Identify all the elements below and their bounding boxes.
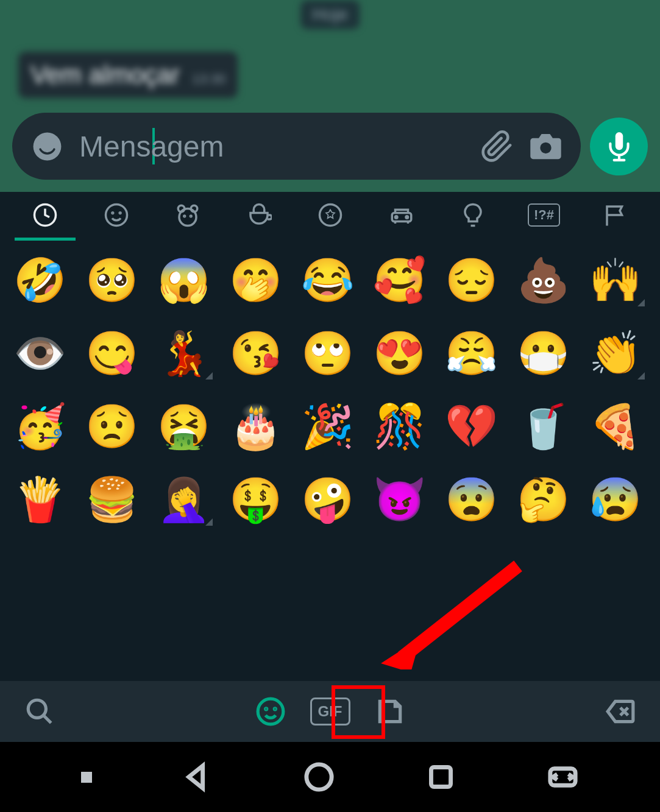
mic-button[interactable]	[590, 118, 648, 175]
android-nav-bar	[0, 742, 660, 812]
emoji-steam[interactable]: 😤	[441, 326, 502, 381]
svg-point-15	[395, 216, 397, 218]
backspace-icon[interactable]	[605, 696, 636, 727]
emoji-savoring[interactable]: 😋	[81, 326, 142, 381]
emoji-anxious-sweat[interactable]: 😰	[585, 472, 646, 527]
input-row	[12, 113, 648, 180]
emoji-toggle-icon[interactable]	[30, 130, 64, 163]
emoji-heart-eyes[interactable]: 😍	[369, 326, 430, 381]
emoji-money-mouth[interactable]: 🤑	[225, 472, 286, 527]
emoji-broken-heart[interactable]: 💔	[441, 399, 502, 454]
svg-point-10	[191, 205, 197, 212]
svg-point-20	[274, 708, 275, 710]
svg-point-18	[258, 699, 283, 724]
emoji-pizza[interactable]: 🍕	[585, 399, 646, 454]
attach-icon[interactable]	[480, 130, 514, 163]
emoji-hand-over-mouth[interactable]: 🤭	[225, 253, 286, 308]
svg-point-7	[119, 212, 121, 213]
category-animals[interactable]	[157, 192, 218, 241]
mic-icon	[604, 131, 634, 161]
nav-menu-icon[interactable]	[81, 772, 92, 783]
category-flags[interactable]	[585, 192, 646, 241]
gif-tab[interactable]: GIF	[310, 697, 350, 726]
emoji-panel: !?# 🤣 🥺 😱 🤭 😂 🥰 😔 💩 🙌 👁️ 😋 💃 😘 🙄 😍 😤 😷 👏…	[0, 192, 660, 681]
symbols-label: !?#	[528, 203, 560, 227]
emoji-vomit[interactable]: 🤮	[153, 399, 214, 454]
emoji-party-popper[interactable]: 🎉	[297, 399, 358, 454]
category-symbols[interactable]: !?#	[514, 192, 575, 241]
emoji-tears-of-joy[interactable]: 😂	[297, 253, 358, 308]
nav-switch-icon[interactable]	[546, 760, 580, 794]
emoji-mask[interactable]: 😷	[513, 326, 574, 381]
emoji-zany[interactable]: 🤪	[297, 472, 358, 527]
svg-point-19	[265, 708, 266, 710]
emoji-eye[interactable]: 👁️	[9, 326, 70, 381]
emoji-category-tabs: !?#	[0, 192, 660, 241]
svg-point-24	[306, 764, 331, 789]
category-activity[interactable]	[300, 192, 361, 241]
emoji-cake[interactable]: 🎂	[225, 399, 286, 454]
emoji-grid: 🤣 🥺 😱 🤭 😂 🥰 😔 💩 🙌 👁️ 😋 💃 😘 🙄 😍 😤 😷 👏 🥳 😟…	[0, 241, 660, 539]
svg-point-2	[50, 141, 54, 146]
svg-point-12	[190, 215, 191, 216]
nav-recent-icon[interactable]	[424, 760, 458, 794]
message-time: 13:30	[192, 71, 225, 87]
emoji-cup[interactable]: 🥤	[513, 399, 574, 454]
category-food[interactable]	[229, 192, 289, 241]
category-objects[interactable]	[442, 192, 503, 241]
emoji-worried[interactable]: 😟	[81, 399, 142, 454]
emoji-blowing-kiss[interactable]: 😘	[225, 326, 286, 381]
message-text: Vem almoçar	[30, 60, 180, 90]
message-input-container	[12, 113, 581, 180]
emoji-fearful[interactable]: 😨	[441, 472, 502, 527]
emoji-party-face[interactable]: 🥳	[9, 399, 70, 454]
emoji-smiling-hearts[interactable]: 🥰	[369, 253, 430, 308]
svg-point-13	[319, 204, 341, 225]
emoji-poop[interactable]: 💩	[513, 253, 574, 308]
category-smileys[interactable]	[86, 192, 147, 241]
svg-point-11	[183, 215, 185, 216]
incoming-message[interactable]: Vem almoçar 13:30	[18, 52, 238, 98]
emoji-confetti[interactable]: 🎊	[369, 399, 430, 454]
emoji-rolling-eyes[interactable]: 🙄	[297, 326, 358, 381]
emoji-pensive[interactable]: 😔	[441, 253, 502, 308]
emoji-hamburger[interactable]: 🍔	[81, 472, 142, 527]
emoji-fries[interactable]: 🍟	[9, 472, 70, 527]
svg-point-0	[34, 132, 62, 160]
emoji-smiling-devil[interactable]: 😈	[369, 472, 430, 527]
emoji-thinking[interactable]: 🤔	[513, 472, 574, 527]
sticker-tab-icon[interactable]	[375, 696, 405, 727]
emoji-dancer[interactable]: 💃	[153, 326, 214, 381]
nav-back-icon[interactable]	[180, 760, 214, 794]
svg-point-5	[105, 204, 127, 225]
svg-point-16	[406, 216, 408, 218]
category-travel[interactable]	[371, 192, 432, 241]
emoji-bottom-bar: GIF	[0, 681, 660, 742]
emoji-facepalm[interactable]: 🤦‍♀️	[153, 472, 214, 527]
svg-point-9	[178, 205, 185, 212]
date-pill: Hoje	[300, 0, 360, 29]
emoji-pleading-face[interactable]: 🥺	[81, 253, 142, 308]
nav-home-icon[interactable]	[302, 760, 336, 794]
svg-point-1	[40, 141, 44, 146]
svg-rect-25	[431, 767, 450, 786]
svg-point-3	[540, 142, 551, 153]
emoji-raising-hands[interactable]: 🙌	[585, 253, 646, 308]
category-recent[interactable]	[15, 192, 76, 241]
svg-point-6	[112, 212, 113, 213]
search-icon[interactable]	[24, 696, 55, 727]
svg-point-17	[28, 700, 46, 718]
message-input[interactable]	[79, 130, 444, 163]
camera-icon[interactable]	[529, 130, 562, 163]
emoji-rofl[interactable]: 🤣	[9, 253, 70, 308]
emoji-clapping[interactable]: 👏	[585, 326, 646, 381]
emoji-screaming[interactable]: 😱	[153, 253, 214, 308]
emoji-tab-icon[interactable]	[255, 696, 286, 727]
